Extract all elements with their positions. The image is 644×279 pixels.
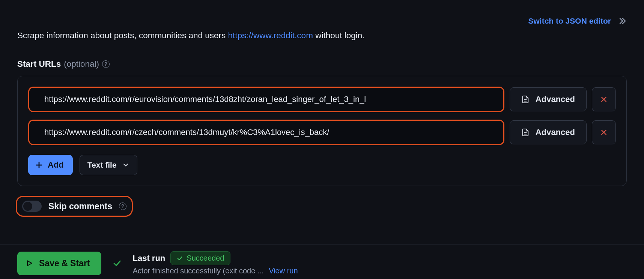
add-url-button[interactable]: Add — [28, 155, 73, 175]
last-run-label: Last run — [133, 254, 166, 263]
chevron-down-icon — [122, 161, 129, 169]
text-file-button[interactable]: Text file — [80, 155, 137, 175]
reddit-link[interactable]: https://www.reddit.com — [228, 31, 313, 40]
chevron-double-right-icon — [618, 16, 627, 26]
skip-comments-label: Skip comments — [48, 201, 112, 212]
advanced-button[interactable]: Advanced — [510, 87, 587, 111]
svg-marker-10 — [27, 261, 32, 266]
check-icon — [177, 255, 183, 261]
view-run-link[interactable]: View run — [269, 267, 298, 275]
url-actions-row: Add Text file — [28, 155, 616, 175]
close-icon — [600, 96, 608, 103]
start-urls-box: Advanced Advanced Add Text file — [17, 76, 627, 186]
document-icon — [521, 128, 530, 136]
last-run-block: Last run Succeeded Actor finished succes… — [133, 251, 298, 275]
help-icon[interactable]: ? — [119, 202, 126, 210]
remove-url-button[interactable] — [592, 87, 616, 111]
plus-icon — [35, 161, 43, 169]
play-icon — [26, 260, 33, 267]
start-urls-label-text: Start URLs — [17, 59, 61, 69]
last-run-subtext: Actor finished successfully (exit code .… — [133, 267, 298, 275]
switch-to-json-editor-link[interactable]: Switch to JSON editor — [528, 16, 627, 26]
url-input[interactable] — [28, 120, 504, 145]
add-label: Add — [48, 160, 64, 170]
advanced-label: Advanced — [536, 128, 575, 137]
skip-comments-row: Skip comments ? — [16, 196, 133, 217]
footer-bar: Save & Start Last run Succeeded Actor fi… — [0, 244, 644, 279]
advanced-label: Advanced — [536, 94, 575, 104]
save-and-start-button[interactable]: Save & Start — [17, 252, 101, 275]
description-text: Scrape information about posts, communit… — [17, 31, 627, 40]
toggle-knob — [23, 202, 32, 211]
last-run-top: Last run Succeeded — [133, 251, 298, 265]
advanced-button[interactable]: Advanced — [510, 120, 587, 144]
status-text: Succeeded — [187, 254, 224, 262]
skip-comments-toggle[interactable] — [22, 201, 42, 212]
description-prefix: Scrape information about posts, communit… — [17, 31, 228, 40]
status-badge: Succeeded — [170, 251, 230, 265]
description-suffix: without login. — [313, 31, 365, 40]
url-input[interactable] — [28, 87, 504, 112]
switch-json-label: Switch to JSON editor — [528, 16, 611, 26]
save-start-label: Save & Start — [39, 258, 90, 268]
start-urls-label: Start URLs (optional) ? — [17, 59, 627, 69]
remove-url-button[interactable] — [592, 120, 616, 144]
url-row: Advanced — [28, 120, 616, 145]
optional-tag: (optional) — [64, 59, 99, 69]
subtext: Actor finished successfully (exit code .… — [133, 267, 264, 275]
close-icon — [600, 129, 608, 136]
document-icon — [521, 95, 530, 104]
textfile-label: Text file — [87, 160, 117, 170]
help-icon[interactable]: ? — [102, 60, 110, 68]
check-icon — [113, 259, 122, 268]
url-row: Advanced — [28, 87, 616, 112]
